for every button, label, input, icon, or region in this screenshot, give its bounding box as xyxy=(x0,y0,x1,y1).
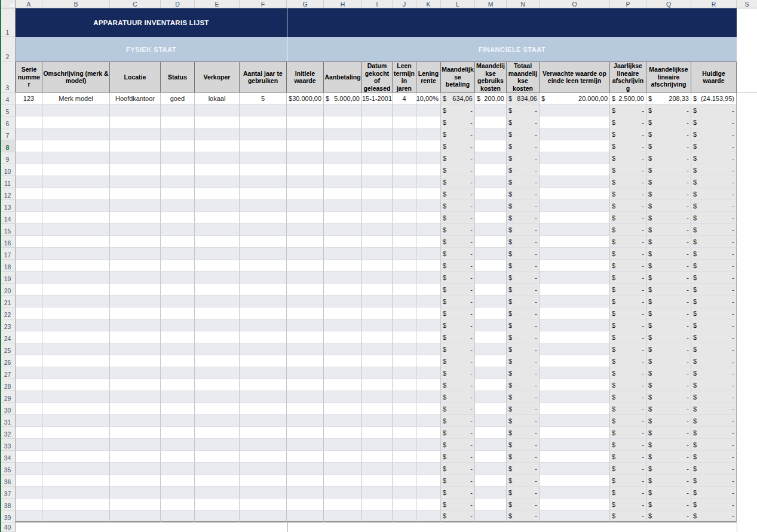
cell-Q27[interactable]: $- xyxy=(646,367,691,379)
cell-I35[interactable] xyxy=(362,463,393,475)
cell-R36[interactable]: $- xyxy=(691,475,737,487)
cell-I33[interactable] xyxy=(362,439,393,451)
cell-J7[interactable] xyxy=(393,128,416,140)
row-number-33[interactable]: 33 xyxy=(0,439,16,451)
cell-Q29[interactable]: $- xyxy=(646,391,691,403)
cell-R34[interactable]: $- xyxy=(691,451,737,463)
cell-H36[interactable] xyxy=(324,475,362,487)
cell-R25[interactable]: $- xyxy=(691,343,737,355)
cell-L11[interactable]: $- xyxy=(441,176,475,188)
cell-S24[interactable] xyxy=(737,331,757,343)
cell-O6[interactable] xyxy=(540,116,610,128)
cell-L37[interactable]: $- xyxy=(441,487,475,499)
field-header-I[interactable]: Datum gekocht of geleased xyxy=(362,61,393,93)
cell-O31[interactable] xyxy=(540,415,610,427)
field-header-L[interactable]: Maandelijkse betaling xyxy=(441,61,475,93)
cell-F5[interactable] xyxy=(240,104,287,116)
cell-O11[interactable] xyxy=(540,176,610,188)
cell-G29[interactable] xyxy=(287,391,324,403)
cell-F31[interactable] xyxy=(240,415,287,427)
cell-M15[interactable] xyxy=(475,224,507,236)
cell-A11[interactable] xyxy=(16,176,42,188)
cell-L10[interactable]: $- xyxy=(441,164,475,176)
cell-E28[interactable] xyxy=(195,379,240,391)
cell-N32[interactable]: $- xyxy=(507,427,540,439)
row-number-37[interactable]: 37 xyxy=(0,487,16,499)
cell-A18[interactable] xyxy=(16,260,42,272)
cell-I28[interactable] xyxy=(362,379,393,391)
cell-F32[interactable] xyxy=(240,427,287,439)
cell-J21[interactable] xyxy=(393,296,416,307)
cell-I16[interactable] xyxy=(362,236,393,248)
cell-H21[interactable] xyxy=(324,296,362,307)
cell-B23[interactable] xyxy=(42,319,110,331)
cell-B34[interactable] xyxy=(42,451,110,463)
cell-C29[interactable] xyxy=(110,391,161,403)
cell-R27[interactable]: $- xyxy=(691,367,737,379)
row-number-17[interactable]: 17 xyxy=(0,248,16,260)
cell-E22[interactable] xyxy=(195,307,240,319)
cell-F15[interactable] xyxy=(240,224,287,236)
cell-M13[interactable] xyxy=(475,200,507,212)
cell-D26[interactable] xyxy=(161,355,195,367)
cell-N14[interactable]: $- xyxy=(507,212,540,224)
cell-E37[interactable] xyxy=(195,487,240,499)
cell-K8[interactable] xyxy=(416,140,441,152)
cell-A10[interactable] xyxy=(16,164,42,176)
cell-H8[interactable] xyxy=(324,140,362,152)
cell-D23[interactable] xyxy=(161,319,195,331)
cell-S17[interactable] xyxy=(737,248,757,260)
cell-J34[interactable] xyxy=(393,451,416,463)
cell-D25[interactable] xyxy=(161,343,195,355)
cell-O10[interactable] xyxy=(540,164,610,176)
row-number-32[interactable]: 32 xyxy=(0,427,16,439)
cell-A30[interactable] xyxy=(16,403,42,415)
cell-I19[interactable] xyxy=(362,272,393,284)
cell-H28[interactable] xyxy=(324,379,362,391)
cell-E5[interactable] xyxy=(195,104,240,116)
cell-N26[interactable]: $- xyxy=(507,355,540,367)
cell-N22[interactable]: $- xyxy=(507,307,540,319)
cell-P18[interactable]: $- xyxy=(610,260,646,272)
cell-M22[interactable] xyxy=(475,307,507,319)
cell-L26[interactable]: $- xyxy=(441,355,475,367)
cell-E32[interactable] xyxy=(195,427,240,439)
cell-O9[interactable] xyxy=(540,152,610,164)
cell-A31[interactable] xyxy=(16,415,42,427)
cell-M4[interactable]: $200,00 xyxy=(475,93,507,104)
cell-E21[interactable] xyxy=(195,296,240,307)
cell-L22[interactable]: $- xyxy=(441,307,475,319)
row-number-18[interactable]: 18 xyxy=(0,260,16,272)
cell-L12[interactable]: $- xyxy=(441,188,475,200)
cell-J5[interactable] xyxy=(393,104,416,116)
cell-K19[interactable] xyxy=(416,272,441,284)
cell-E35[interactable] xyxy=(195,463,240,475)
cell-K28[interactable] xyxy=(416,379,441,391)
cell-J19[interactable] xyxy=(393,272,416,284)
cell-H20[interactable] xyxy=(324,284,362,296)
cell-O28[interactable] xyxy=(540,379,610,391)
cell-N9[interactable]: $- xyxy=(507,152,540,164)
cell-A33[interactable] xyxy=(16,439,42,451)
cell-N24[interactable]: $- xyxy=(507,331,540,343)
cell-N25[interactable]: $- xyxy=(507,343,540,355)
cell-F25[interactable] xyxy=(240,343,287,355)
cell-C21[interactable] xyxy=(110,296,161,307)
cell-G28[interactable] xyxy=(287,379,324,391)
cell-J36[interactable] xyxy=(393,475,416,487)
cell-E23[interactable] xyxy=(195,319,240,331)
cell-K14[interactable] xyxy=(416,212,441,224)
cell-K10[interactable] xyxy=(416,164,441,176)
cell-G21[interactable] xyxy=(287,296,324,307)
cell-J9[interactable] xyxy=(393,152,416,164)
cell-N27[interactable]: $- xyxy=(507,367,540,379)
cell-F7[interactable] xyxy=(240,128,287,140)
cell-K16[interactable] xyxy=(416,236,441,248)
cell-L4[interactable]: $634,06 xyxy=(441,93,475,104)
cell-D7[interactable] xyxy=(161,128,195,140)
cell-N10[interactable]: $- xyxy=(507,164,540,176)
cell-L23[interactable]: $- xyxy=(441,319,475,331)
cell-P16[interactable]: $- xyxy=(610,236,646,248)
cell-F39[interactable] xyxy=(240,511,287,522)
cell-P25[interactable]: $- xyxy=(610,343,646,355)
